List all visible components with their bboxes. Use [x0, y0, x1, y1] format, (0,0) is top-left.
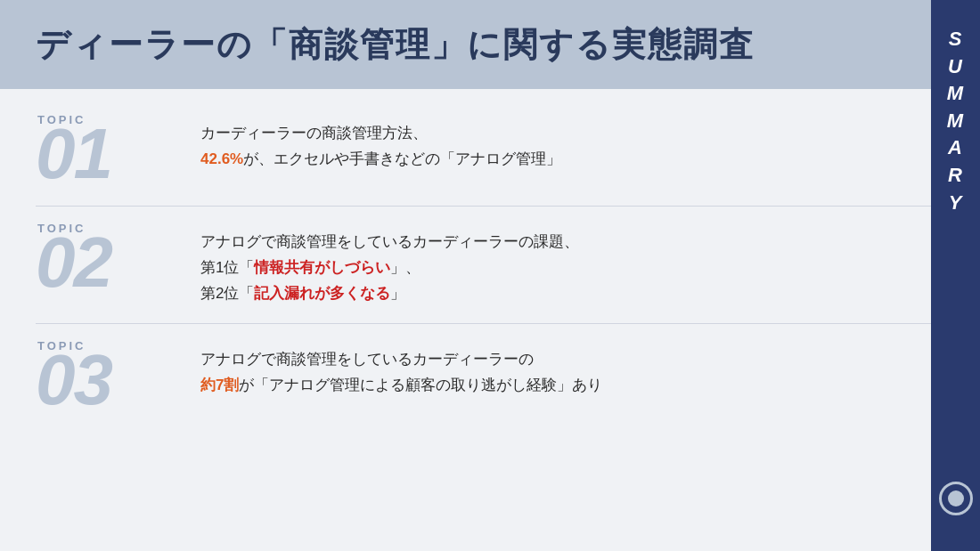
topic-3-line-2: 約7割が「アナログ管理による顧客の取り逃がし経験」あり — [200, 373, 602, 399]
topic-content-3: アナログで商談管理をしているカーディーラーの 約7割が「アナログ管理による顧客の… — [200, 340, 602, 399]
summary-letter-s: S — [949, 27, 963, 53]
topic-2-line-3: 第2位「記入漏れが多くなる」 — [200, 281, 579, 307]
summary-letter-m2: M — [947, 109, 964, 134]
summary-letters: S U M M A R Y — [947, 27, 964, 215]
topic-content-2: アナログで商談管理をしているカーディーラーの課題、 第1位「情報共有がしづらい」… — [200, 223, 579, 307]
topic-1-line-1: カーディーラーの商談管理方法、 — [200, 121, 561, 147]
summary-letter-a: A — [948, 135, 963, 161]
topic-label-3: TOPIC 03 — [36, 340, 200, 416]
summary-letter-y: Y — [949, 190, 963, 216]
topic-content-1: カーディーラーの商談管理方法、 42.6%が、エクセルや手書きなどの「アナログ管… — [200, 114, 561, 173]
topic-2-line-2: 第1位「情報共有がしづらい」、 — [200, 255, 579, 281]
topic-3-line-1: アナログで商談管理をしているカーディーラーの — [200, 347, 602, 373]
topic-1-highlight: 42.6% — [200, 150, 243, 167]
summary-sidebar: S U M M A R Y — [931, 0, 980, 551]
topic-2-highlight-1: 情報共有がしづらい — [254, 259, 390, 276]
topic-number-3: 03 — [36, 344, 111, 416]
topic-row-3: TOPIC 03 アナログで商談管理をしているカーディーラーの 約7割が「アナロ… — [36, 324, 944, 432]
header: ディーラーの「商談管理」に関する実態調査 — [0, 0, 980, 89]
summary-circle-inner — [948, 490, 964, 506]
summary-letter-r: R — [948, 163, 963, 189]
summary-letter-m1: M — [947, 81, 964, 107]
topic-1-line-2: 42.6%が、エクセルや手書きなどの「アナログ管理」 — [200, 147, 561, 173]
topic-3-highlight: 約7割 — [200, 377, 239, 393]
topic-number-1: 01 — [36, 118, 111, 190]
main-content: TOPIC 01 カーディーラーの商談管理方法、 42.6%が、エクセルや手書き… — [0, 89, 980, 441]
topic-2-line-1: アナログで商談管理をしているカーディーラーの課題、 — [200, 230, 579, 255]
topic-label-1: TOPIC 01 — [36, 114, 200, 190]
topic-number-2: 02 — [36, 227, 111, 298]
topic-label-2: TOPIC 02 — [36, 223, 200, 298]
topic-2-highlight-2: 記入漏れが多くなる — [254, 285, 390, 302]
topic-row-1: TOPIC 01 カーディーラーの商談管理方法、 42.6%が、エクセルや手書き… — [36, 98, 944, 207]
summary-circle — [939, 482, 973, 515]
page-title: ディーラーの「商談管理」に関する実態調査 — [36, 22, 755, 68]
summary-letter-u: U — [948, 54, 963, 80]
topic-row-2: TOPIC 02 アナログで商談管理をしているカーディーラーの課題、 第1位「情… — [36, 207, 944, 324]
